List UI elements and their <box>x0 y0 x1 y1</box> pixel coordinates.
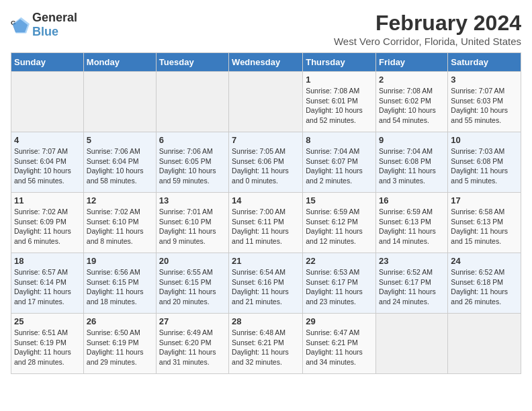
calendar-cell: 16Sunrise: 6:59 AMSunset: 6:13 PMDayligh… <box>376 193 448 253</box>
day-number: 25 <box>14 316 81 326</box>
calendar-cell: 19Sunrise: 6:56 AMSunset: 6:15 PMDayligh… <box>83 253 156 314</box>
day-info: Sunrise: 6:53 AMSunset: 6:17 PMDaylight:… <box>306 267 373 307</box>
calendar-cell: 4Sunrise: 7:07 AMSunset: 6:04 PMDaylight… <box>11 132 84 193</box>
day-number: 13 <box>159 195 226 205</box>
day-info: Sunrise: 6:47 AMSunset: 6:21 PMDaylight:… <box>306 328 373 367</box>
day-info: Sunrise: 6:58 AMSunset: 6:13 PMDaylight:… <box>451 207 518 246</box>
calendar-cell: 22Sunrise: 6:53 AMSunset: 6:17 PMDayligh… <box>303 253 376 314</box>
day-header-tuesday: Tuesday <box>156 53 228 72</box>
calendar-cell: 15Sunrise: 6:59 AMSunset: 6:12 PMDayligh… <box>303 193 376 253</box>
day-number: 22 <box>306 256 373 266</box>
day-number: 12 <box>87 195 153 205</box>
day-info: Sunrise: 7:06 AMSunset: 6:04 PMDaylight:… <box>87 146 153 186</box>
day-info: Sunrise: 6:54 AMSunset: 6:16 PMDaylight:… <box>232 267 300 307</box>
calendar-cell: 20Sunrise: 6:55 AMSunset: 6:15 PMDayligh… <box>156 253 228 314</box>
day-number: 6 <box>159 135 226 145</box>
day-info: Sunrise: 7:02 AMSunset: 6:09 PMDaylight:… <box>14 207 81 246</box>
day-number: 18 <box>14 256 81 266</box>
logo: G General Blue <box>11 11 77 39</box>
day-info: Sunrise: 6:48 AMSunset: 6:21 PMDaylight:… <box>232 328 300 367</box>
day-number: 23 <box>379 256 445 266</box>
day-header-monday: Monday <box>83 53 156 72</box>
day-number: 5 <box>87 135 153 145</box>
calendar-cell: 6Sunrise: 7:06 AMSunset: 6:05 PMDaylight… <box>156 132 228 193</box>
day-number: 9 <box>379 135 445 145</box>
day-number: 26 <box>87 316 153 326</box>
day-info: Sunrise: 6:55 AMSunset: 6:15 PMDaylight:… <box>159 267 226 307</box>
day-number: 15 <box>306 195 373 205</box>
calendar-cell: 26Sunrise: 6:50 AMSunset: 6:19 PMDayligh… <box>83 314 156 374</box>
calendar-cell <box>156 72 228 132</box>
calendar-cell: 1Sunrise: 7:08 AMSunset: 6:01 PMDaylight… <box>303 72 376 132</box>
calendar-cell: 18Sunrise: 6:57 AMSunset: 6:14 PMDayligh… <box>11 253 84 314</box>
header: G General Blue February 2024 West Vero C… <box>11 11 521 47</box>
day-info: Sunrise: 7:08 AMSunset: 6:01 PMDaylight:… <box>306 86 373 126</box>
day-info: Sunrise: 7:04 AMSunset: 6:08 PMDaylight:… <box>379 146 445 186</box>
week-row-0: 1Sunrise: 7:08 AMSunset: 6:01 PMDaylight… <box>11 72 521 132</box>
calendar-cell: 2Sunrise: 7:08 AMSunset: 6:02 PMDaylight… <box>376 72 448 132</box>
calendar-cell <box>83 72 156 132</box>
day-number: 2 <box>379 75 445 85</box>
day-number: 1 <box>306 75 373 85</box>
day-number: 14 <box>232 195 300 205</box>
calendar-cell: 7Sunrise: 7:05 AMSunset: 6:06 PMDaylight… <box>229 132 303 193</box>
day-info: Sunrise: 6:57 AMSunset: 6:14 PMDaylight:… <box>14 267 81 307</box>
main-title: February 2024 <box>334 11 521 36</box>
title-area: February 2024 West Vero Corridor, Florid… <box>334 11 521 47</box>
day-info: Sunrise: 7:07 AMSunset: 6:04 PMDaylight:… <box>14 146 81 186</box>
days-of-week-row: SundayMondayTuesdayWednesdayThursdayFrid… <box>11 53 521 72</box>
calendar-cell: 3Sunrise: 7:07 AMSunset: 6:03 PMDaylight… <box>448 72 521 132</box>
calendar-cell: 8Sunrise: 7:04 AMSunset: 6:07 PMDaylight… <box>303 132 376 193</box>
calendar-cell: 13Sunrise: 7:01 AMSunset: 6:10 PMDayligh… <box>156 193 228 253</box>
day-number: 21 <box>232 256 300 266</box>
calendar-cell: 5Sunrise: 7:06 AMSunset: 6:04 PMDaylight… <box>83 132 156 193</box>
day-info: Sunrise: 6:59 AMSunset: 6:13 PMDaylight:… <box>379 207 445 246</box>
day-number: 8 <box>306 135 373 145</box>
calendar-cell: 11Sunrise: 7:02 AMSunset: 6:09 PMDayligh… <box>11 193 84 253</box>
calendar-cell <box>376 314 448 374</box>
calendar-cell: 25Sunrise: 6:51 AMSunset: 6:19 PMDayligh… <box>11 314 84 374</box>
day-number: 3 <box>451 75 518 85</box>
day-number: 20 <box>159 256 226 266</box>
day-info: Sunrise: 6:52 AMSunset: 6:17 PMDaylight:… <box>379 267 445 307</box>
day-info: Sunrise: 6:52 AMSunset: 6:18 PMDaylight:… <box>451 267 518 307</box>
calendar-cell: 28Sunrise: 6:48 AMSunset: 6:21 PMDayligh… <box>229 314 303 374</box>
calendar-cell: 10Sunrise: 7:03 AMSunset: 6:08 PMDayligh… <box>448 132 521 193</box>
day-number: 19 <box>87 256 153 266</box>
day-header-sunday: Sunday <box>11 53 84 72</box>
day-header-wednesday: Wednesday <box>229 53 303 72</box>
day-header-thursday: Thursday <box>303 53 376 72</box>
day-info: Sunrise: 7:01 AMSunset: 6:10 PMDaylight:… <box>159 207 226 246</box>
calendar-table: SundayMondayTuesdayWednesdayThursdayFrid… <box>11 52 521 374</box>
day-info: Sunrise: 6:56 AMSunset: 6:15 PMDaylight:… <box>87 267 153 307</box>
day-info: Sunrise: 7:07 AMSunset: 6:03 PMDaylight:… <box>451 86 518 126</box>
day-number: 24 <box>451 256 518 266</box>
calendar-cell: 9Sunrise: 7:04 AMSunset: 6:08 PMDaylight… <box>376 132 448 193</box>
day-number: 17 <box>451 195 518 205</box>
calendar-cell: 14Sunrise: 7:00 AMSunset: 6:11 PMDayligh… <box>229 193 303 253</box>
day-number: 10 <box>451 135 518 145</box>
day-number: 11 <box>14 195 81 205</box>
day-info: Sunrise: 7:06 AMSunset: 6:05 PMDaylight:… <box>159 146 226 186</box>
day-header-friday: Friday <box>376 53 448 72</box>
day-info: Sunrise: 7:02 AMSunset: 6:10 PMDaylight:… <box>87 207 153 246</box>
day-info: Sunrise: 7:08 AMSunset: 6:02 PMDaylight:… <box>379 86 445 126</box>
day-info: Sunrise: 6:51 AMSunset: 6:19 PMDaylight:… <box>14 328 81 367</box>
calendar-cell: 27Sunrise: 6:49 AMSunset: 6:20 PMDayligh… <box>156 314 228 374</box>
day-number: 16 <box>379 195 445 205</box>
logo-general-text: General <box>32 11 77 24</box>
day-number: 27 <box>159 316 226 326</box>
day-info: Sunrise: 7:04 AMSunset: 6:07 PMDaylight:… <box>306 146 373 186</box>
week-row-1: 4Sunrise: 7:07 AMSunset: 6:04 PMDaylight… <box>11 132 521 193</box>
day-info: Sunrise: 6:59 AMSunset: 6:12 PMDaylight:… <box>306 207 373 246</box>
calendar-body: 1Sunrise: 7:08 AMSunset: 6:01 PMDaylight… <box>11 72 521 374</box>
calendar-cell: 21Sunrise: 6:54 AMSunset: 6:16 PMDayligh… <box>229 253 303 314</box>
calendar-cell <box>448 314 521 374</box>
day-header-saturday: Saturday <box>448 53 521 72</box>
day-number: 28 <box>232 316 300 326</box>
calendar-header: SundayMondayTuesdayWednesdayThursdayFrid… <box>11 53 521 72</box>
week-row-3: 18Sunrise: 6:57 AMSunset: 6:14 PMDayligh… <box>11 253 521 314</box>
calendar-cell: 29Sunrise: 6:47 AMSunset: 6:21 PMDayligh… <box>303 314 376 374</box>
day-info: Sunrise: 7:05 AMSunset: 6:06 PMDaylight:… <box>232 146 300 186</box>
day-number: 29 <box>306 316 373 326</box>
